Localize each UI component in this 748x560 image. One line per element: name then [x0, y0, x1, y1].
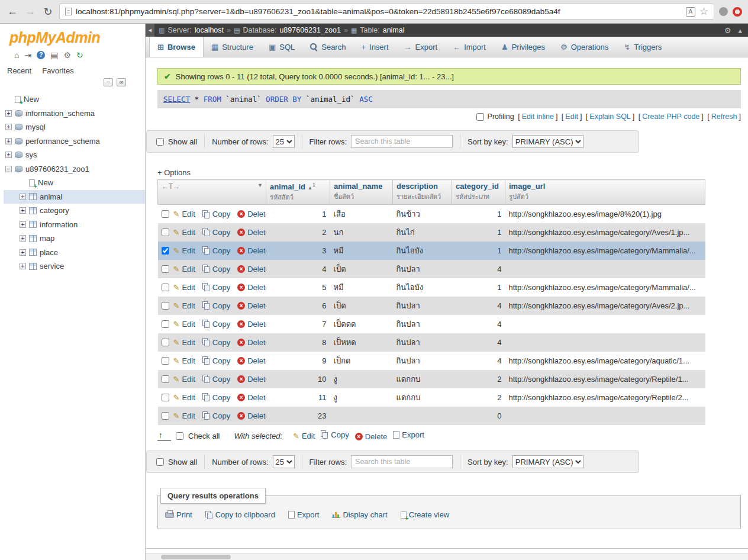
column-name[interactable]: description — [396, 182, 438, 191]
url-text[interactable]: localhost:81/phpmyadmin/sql.php?server=1… — [76, 7, 682, 16]
copy-row-button[interactable]: Copy — [202, 393, 230, 402]
column-header-category-id[interactable]: category_idรหัสประเภท — [452, 180, 505, 205]
expand-icon[interactable]: + — [20, 207, 26, 214]
copy-row-button[interactable]: Copy — [202, 301, 230, 310]
favorites-link[interactable]: Favorites — [42, 66, 73, 75]
sort-key-select[interactable]: PRIMARY (ASC) — [512, 135, 583, 148]
tab-structure[interactable]: ▦Structure — [204, 37, 261, 57]
phpmyadmin-logo[interactable]: phpMyAdmin — [0, 24, 145, 47]
breadcrumb-value[interactable]: u897606231_zoo1 — [279, 26, 341, 34]
column-header-animal-name[interactable]: animal_nameชื่อสัตว์ — [330, 180, 393, 205]
check-all-checkbox[interactable] — [176, 432, 183, 440]
breadcrumb-value[interactable]: localhost — [195, 26, 224, 34]
copy-row-button[interactable]: Copy — [202, 411, 230, 420]
bookmark-star-icon[interactable]: ☆ — [699, 7, 708, 17]
forward-icon[interactable]: → — [24, 5, 37, 18]
num-rows-select[interactable]: 25 — [273, 135, 295, 148]
back-icon[interactable]: ← — [6, 5, 19, 18]
row-checkbox[interactable] — [162, 375, 169, 383]
num-rows-select[interactable]: 25 — [273, 455, 295, 468]
delete-row-button[interactable]: ×Delete — [237, 301, 266, 310]
tree-item-mysql[interactable]: +mysql — [4, 120, 145, 134]
tree-item-map[interactable]: +map — [4, 231, 145, 246]
collapse-all-icon[interactable]: − — [104, 78, 113, 86]
delete-row-button[interactable]: ×Delete — [237, 411, 266, 420]
column-name[interactable]: animal_id — [270, 182, 305, 191]
ops-display-chart-button[interactable]: Display chart — [332, 510, 387, 519]
row-checkbox[interactable] — [162, 247, 169, 255]
tab-privileges[interactable]: ♟Privileges — [494, 37, 553, 57]
home-icon[interactable]: ⌂ — [14, 50, 19, 60]
expand-icon[interactable]: + — [20, 194, 26, 200]
collapse-icon[interactable]: − — [5, 166, 12, 172]
tree-item-animal[interactable]: +animal — [4, 190, 145, 204]
delete-row-button[interactable]: ×Delete — [237, 375, 266, 384]
tab-insert[interactable]: +Insert — [353, 37, 396, 57]
column-header-animal-id[interactable]: animal_id▲1รหัสสัตว์ — [266, 180, 330, 205]
row-checkbox[interactable] — [162, 302, 169, 310]
tab-operations[interactable]: ⚙Operations — [553, 37, 616, 57]
expand-icon[interactable]: + — [20, 235, 26, 242]
column-name[interactable]: category_id — [456, 182, 499, 191]
help-icon[interactable]: ? — [37, 51, 45, 59]
url-bar[interactable]: localhost:81/phpmyadmin/sql.php?server=1… — [59, 4, 714, 20]
sort-key-select[interactable]: PRIMARY (ASC) — [512, 455, 583, 468]
edit-row-button[interactable]: ✎Edit — [173, 210, 195, 218]
expand-icon[interactable]: + — [20, 263, 26, 269]
row-checkbox[interactable] — [162, 228, 169, 236]
breadcrumb-value[interactable]: animal — [383, 26, 405, 34]
delete-row-button[interactable]: ×Delete — [237, 320, 266, 329]
edit-row-button[interactable]: ✎Edit — [173, 228, 195, 237]
column-header-image-url[interactable]: image_urlรูปสัตว์ — [505, 180, 705, 205]
tree-item-new[interactable]: New — [4, 92, 145, 107]
row-checkbox[interactable] — [162, 412, 169, 420]
docs-icon[interactable]: ▤ — [50, 50, 58, 60]
delete-row-button[interactable]: ×Delete — [237, 338, 266, 347]
edit-row-button[interactable]: ✎Edit — [173, 375, 195, 384]
check-all-label[interactable]: Check all — [188, 432, 220, 440]
show-all-checkbox[interactable] — [156, 138, 164, 146]
translate-icon[interactable]: A — [686, 7, 695, 17]
opera-icon[interactable] — [733, 7, 742, 17]
column-header-description[interactable]: descriptionรายละเอียดสัตว์ — [393, 180, 452, 205]
edit-inline-link[interactable]: Edit inline — [522, 112, 554, 121]
copy-row-button[interactable]: Copy — [202, 320, 230, 329]
delete-row-button[interactable]: ×Delete — [237, 356, 266, 365]
recent-link[interactable]: Recent — [7, 66, 31, 75]
tree-item-place[interactable]: +place — [4, 246, 145, 260]
tab-triggers[interactable]: ↯Triggers — [616, 37, 669, 57]
row-checkbox[interactable] — [162, 394, 169, 401]
edit-link[interactable]: Edit — [565, 112, 578, 121]
tree-item-sys[interactable]: +sys — [4, 148, 145, 162]
edit-row-button[interactable]: ✎Edit — [173, 393, 195, 402]
copy-row-button[interactable]: Copy — [202, 283, 230, 292]
tree-item-performance-schema[interactable]: +performance_schema — [4, 134, 145, 149]
copy-row-button[interactable]: Copy — [202, 210, 230, 218]
selected-edit-button[interactable]: ✎Edit — [293, 432, 315, 440]
table-filter-input[interactable] — [351, 135, 453, 148]
page-settings-gear-icon[interactable]: ⚙ — [724, 26, 731, 35]
show-all-checkbox[interactable] — [156, 458, 164, 466]
row-checkbox[interactable] — [162, 210, 169, 218]
refresh-link[interactable]: Refresh — [711, 112, 737, 121]
edit-row-button[interactable]: ✎Edit — [173, 265, 195, 273]
copy-row-button[interactable]: Copy — [202, 356, 230, 365]
tab-export[interactable]: →Export — [396, 37, 446, 57]
row-checkbox[interactable] — [162, 320, 169, 328]
horizontal-scrollbar[interactable] — [146, 553, 748, 560]
copy-row-button[interactable]: Copy — [202, 265, 230, 273]
tree-item-service[interactable]: +service — [4, 259, 145, 273]
extension-icon[interactable] — [719, 7, 728, 16]
expand-icon[interactable]: + — [5, 110, 12, 117]
expand-icon[interactable]: + — [5, 138, 12, 144]
row-checkbox[interactable] — [162, 284, 169, 291]
tab-search[interactable]: Search — [302, 37, 353, 57]
tree-item-new[interactable]: New — [4, 176, 145, 190]
tree-item-u897606231-zoo1[interactable]: −u897606231_zoo1 — [4, 162, 145, 176]
copy-row-button[interactable]: Copy — [202, 338, 230, 347]
collapse-console-icon[interactable]: ▴ — [738, 26, 742, 35]
edit-row-button[interactable]: ✎Edit — [173, 246, 195, 255]
row-checkbox[interactable] — [162, 265, 169, 273]
selected-export-button[interactable]: Export — [393, 430, 424, 439]
column-name[interactable]: animal_name — [334, 182, 382, 191]
